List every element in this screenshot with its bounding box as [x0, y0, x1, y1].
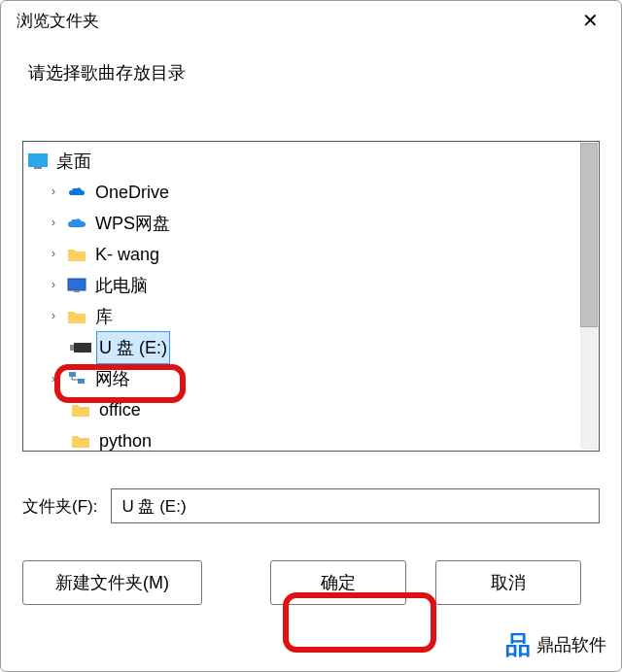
tree-label: 网络: [93, 363, 132, 394]
chevron-right-icon: ›: [47, 244, 60, 264]
wps-cloud-icon: [66, 214, 87, 233]
cancel-button[interactable]: 取消: [435, 560, 581, 605]
network-icon: [66, 369, 87, 388]
desktop-icon: [27, 151, 49, 171]
tree-row-libraries[interactable]: › 库: [23, 301, 599, 332]
dialog-title: 浏览文件夹: [17, 10, 99, 32]
tree-label: OneDrive: [93, 177, 171, 208]
chevron-right-icon: ›: [47, 213, 60, 233]
folder-field-row: 文件夹(F):: [22, 488, 600, 523]
scrollbar[interactable]: [580, 143, 598, 450]
tree-label: WPS网盘: [93, 208, 172, 239]
onedrive-icon: [66, 183, 87, 202]
folder-input[interactable]: [111, 488, 600, 523]
folder-icon: [66, 245, 87, 264]
ok-button[interactable]: 确定: [270, 560, 406, 605]
close-icon[interactable]: ✕: [574, 9, 605, 32]
chevron-right-icon: ›: [47, 369, 60, 389]
svg-rect-3: [74, 290, 80, 292]
svg-rect-6: [69, 372, 76, 377]
tree-row-thispc[interactable]: › 此电脑: [23, 270, 599, 301]
tree-label: 此电脑: [93, 270, 150, 301]
titlebar: 浏览文件夹 ✕: [1, 1, 621, 40]
browse-folder-dialog: 浏览文件夹 ✕ 请选择歌曲存放目录 桌面 › OneDrive ›: [0, 0, 622, 672]
watermark: 品 鼎品软件: [457, 625, 616, 664]
watermark-logo-icon: 品: [505, 628, 531, 662]
tree-row-python[interactable]: python: [23, 425, 599, 452]
svg-rect-4: [70, 345, 74, 351]
tree-row-desktop[interactable]: 桌面: [23, 146, 599, 177]
usb-drive-icon: [70, 338, 91, 357]
pc-icon: [66, 276, 87, 295]
buttons-row: 新建文件夹(M) 确定 取消: [22, 560, 600, 605]
tree-label: U 盘 (E:): [97, 332, 169, 363]
instruction-text: 请选择歌曲存放目录: [1, 40, 621, 92]
tree-label: office: [97, 394, 143, 425]
svg-rect-5: [74, 343, 91, 353]
chevron-right-icon: ›: [47, 306, 60, 326]
folder-icon: [70, 431, 91, 451]
tree-row-wps[interactable]: › WPS网盘: [23, 208, 599, 239]
tree-label: 库: [93, 301, 115, 332]
svg-rect-0: [28, 153, 48, 167]
watermark-text: 鼎品软件: [536, 633, 606, 656]
svg-rect-1: [34, 167, 42, 169]
folder-icon: [66, 307, 87, 326]
tree-label: K- wang: [93, 239, 161, 270]
tree-row-kwang[interactable]: › K- wang: [23, 239, 599, 270]
new-folder-button[interactable]: 新建文件夹(M): [22, 560, 202, 605]
folder-tree: 桌面 › OneDrive › WPS网盘 ›: [22, 141, 600, 452]
chevron-right-icon: ›: [47, 275, 60, 295]
folder-label: 文件夹(F):: [22, 495, 97, 518]
tree-label: python: [97, 425, 154, 452]
chevron-right-icon: ›: [47, 182, 60, 202]
svg-rect-2: [68, 279, 86, 290]
folder-icon: [70, 400, 91, 420]
tree-row-onedrive[interactable]: › OneDrive: [23, 177, 599, 208]
tree-label: 桌面: [54, 146, 93, 177]
tree-row-network[interactable]: › 网络: [23, 363, 599, 394]
tree-row-usb[interactable]: U 盘 (E:): [23, 332, 599, 363]
tree-row-office[interactable]: office: [23, 394, 599, 425]
scroll-thumb[interactable]: [580, 143, 598, 327]
